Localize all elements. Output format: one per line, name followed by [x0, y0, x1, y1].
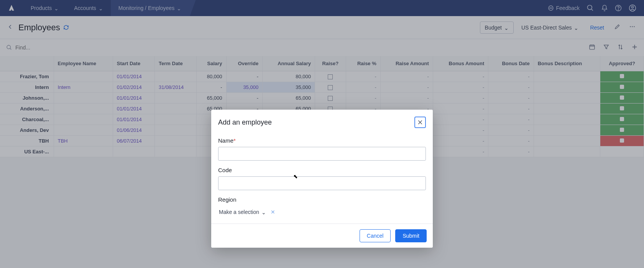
chevron-down-icon: ⌄: [261, 209, 266, 215]
region-select[interactable]: Make a selection ⌄: [218, 207, 267, 217]
code-input[interactable]: [218, 176, 426, 190]
name-label: Name*: [218, 137, 426, 144]
code-label: Code: [218, 167, 426, 173]
close-button[interactable]: [414, 117, 426, 128]
modal-overlay: Add an employee Name* Code Region Make a…: [0, 0, 644, 268]
submit-button[interactable]: Submit: [395, 229, 427, 242]
add-employee-dialog: Add an employee Name* Code Region Make a…: [211, 110, 433, 248]
dialog-title: Add an employee: [218, 118, 414, 127]
region-placeholder: Make a selection: [219, 209, 259, 215]
cancel-button[interactable]: Cancel: [360, 229, 391, 242]
region-clear-icon[interactable]: ✕: [271, 209, 275, 215]
name-input[interactable]: [218, 147, 426, 161]
close-icon: [417, 119, 423, 125]
region-label: Region: [218, 196, 426, 203]
